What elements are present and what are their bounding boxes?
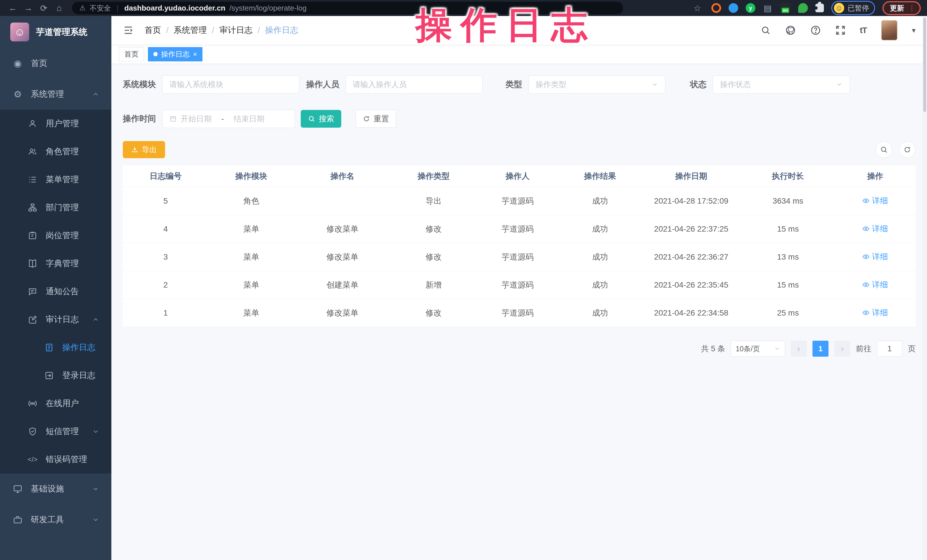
sidebar-item-menu-management[interactable]: 菜单管理: [0, 165, 111, 194]
avatar-caret-down-icon[interactable]: ▾: [912, 26, 916, 35]
post-badge-icon: [26, 231, 39, 240]
sms-shield-icon: [26, 426, 39, 436]
search-button[interactable]: 搜索: [301, 110, 341, 127]
col-module: 操作模块: [208, 165, 294, 187]
fullscreen-icon[interactable]: [835, 25, 846, 35]
app-title: 芋道管理系统: [36, 26, 87, 38]
extension-leaf-icon[interactable]: [798, 3, 808, 13]
paused-label: 已暂停: [848, 3, 869, 13]
breadcrumb-system[interactable]: 系统管理: [174, 24, 207, 36]
paused-extension-badge[interactable]: ☺ 已暂停: [831, 1, 875, 15]
chevron-up-icon: [92, 91, 99, 98]
sidebar-item-infrastructure[interactable]: 基础设施: [0, 473, 111, 504]
pagination: 共 5 条 10条/页 ‹ 1 › 前往 1 页: [123, 341, 916, 357]
module-label: 系统模块: [123, 79, 156, 90]
sidebar-item-dict-management[interactable]: 字典管理: [0, 250, 111, 278]
main-area: 首页 / 系统管理 / 审计日志 / 操作日志 tT ▾ 首页: [111, 16, 927, 560]
font-size-icon[interactable]: tT: [860, 26, 867, 35]
search-icon[interactable]: [760, 25, 771, 35]
bookmark-star-icon[interactable]: ☆: [691, 2, 704, 15]
extension-green-icon[interactable]: y: [746, 3, 755, 13]
tab-operate-log[interactable]: 操作日志 ×: [148, 47, 202, 61]
scrollbar-thumb[interactable]: [923, 18, 926, 112]
url-domain: dashboard.yudao.iocoder.cn: [124, 4, 225, 12]
sidebar-item-sms-management[interactable]: 短信管理: [0, 417, 111, 446]
table-header-row: 日志编号 操作模块 操作名 操作类型 操作人 操作结果 操作日期 执行时长 操作: [123, 165, 916, 187]
browser-menu-dots-icon[interactable]: ⋮: [908, 4, 916, 12]
col-type: 操作类型: [391, 165, 476, 187]
tab-home[interactable]: 首页: [119, 47, 144, 61]
sidebar-item-audit-log[interactable]: 审计日志: [0, 305, 111, 334]
show-search-button[interactable]: [875, 141, 892, 158]
tab-close-icon[interactable]: ×: [193, 50, 197, 58]
sidebar-item-home[interactable]: ◉ 首页: [0, 48, 111, 79]
table-row: 3 菜单 修改菜单 修改 芋道源码 成功 2021-04-26 22:36:27…: [123, 243, 916, 271]
refresh-button[interactable]: [899, 141, 916, 158]
sidebar-item-role-management[interactable]: 角色管理: [0, 138, 111, 165]
sidebar-item-user-management[interactable]: 用户管理: [0, 110, 111, 138]
table-row: 4 菜单 修改菜单 修改 芋道源码 成功 2021-04-26 22:37:25…: [123, 215, 916, 243]
page-content: 系统模块 请输入系统模块 操作人员 请输入操作人员 类型 操作类型 状态 操作状…: [111, 64, 927, 560]
app-logo-row[interactable]: ☺ 芋道管理系统: [0, 16, 111, 48]
github-icon[interactable]: [785, 25, 796, 36]
sidebar-item-login-log[interactable]: 登录日志: [0, 361, 111, 390]
status-select[interactable]: 操作状态: [713, 75, 850, 94]
detail-link[interactable]: 详细: [862, 195, 888, 206]
type-select[interactable]: 操作类型: [528, 75, 666, 94]
prev-page-button[interactable]: ‹: [791, 341, 807, 357]
breadcrumb-home[interactable]: 首页: [144, 24, 161, 36]
detail-link[interactable]: 详细: [862, 279, 888, 290]
operate-log-table: 日志编号 操作模块 操作名 操作类型 操作人 操作结果 操作日期 执行时长 操作…: [123, 165, 916, 327]
col-date: 操作日期: [641, 165, 741, 187]
sidebar-item-operate-log[interactable]: 操作日志: [0, 334, 111, 361]
browser-update-button[interactable]: 更新 ⋮: [883, 1, 921, 15]
sidebar-collapse-icon[interactable]: [123, 25, 134, 36]
page-scrollbar[interactable]: [922, 16, 927, 560]
module-input[interactable]: 请输入系统模块: [162, 75, 299, 94]
breadcrumb-audit-log[interactable]: 审计日志: [219, 24, 252, 36]
sidebar-item-online-users[interactable]: 在线用户: [0, 390, 111, 417]
error-code-icon: </>: [26, 455, 39, 463]
range-separator: -: [221, 114, 224, 123]
extension-switch-icon[interactable]: on: [780, 3, 791, 14]
chevron-up-icon: [92, 316, 99, 323]
goto-page-input[interactable]: 1: [877, 341, 902, 357]
sidebar-item-system-management[interactable]: ⚙ 系统管理: [0, 79, 111, 110]
detail-link[interactable]: 详细: [862, 223, 888, 234]
goto-label: 前往: [856, 343, 871, 354]
filter-row-2: 操作时间 开始日期 - 结束日期 搜索 重置: [123, 110, 916, 128]
next-page-button[interactable]: ›: [834, 341, 850, 357]
chevron-down-icon: [92, 485, 99, 493]
app-frame: ☺ 芋道管理系统 ◉ 首页 ⚙ 系统管理 用户管理 角色管理 菜单管理: [0, 16, 927, 560]
operator-input[interactable]: 请输入操作人员: [345, 75, 483, 94]
sidebar-item-error-code[interactable]: </> 错误码管理: [0, 446, 111, 473]
dashboard-icon: ◉: [11, 59, 24, 68]
extensions-puzzle-icon[interactable]: [815, 4, 824, 12]
reset-button[interactable]: 重置: [356, 110, 396, 127]
sidebar-item-dev-tools[interactable]: 研发工具: [0, 504, 111, 535]
security-warning-label: 不安全: [90, 3, 111, 13]
browser-home-icon[interactable]: ⌂: [53, 2, 66, 15]
browser-back-icon[interactable]: ←: [6, 2, 20, 15]
user-avatar[interactable]: [881, 20, 898, 41]
detail-link[interactable]: 详细: [862, 251, 888, 262]
sidebar-item-dept-management[interactable]: 部门管理: [0, 194, 111, 222]
active-tab-dot: [153, 52, 158, 56]
sidebar-item-post-management[interactable]: 岗位管理: [0, 222, 111, 250]
menu-list-icon: [26, 175, 39, 185]
export-button[interactable]: 导出: [123, 141, 165, 158]
page-size-select[interactable]: 10条/页: [731, 341, 785, 357]
detail-link[interactable]: 详细: [862, 307, 888, 318]
browser-forward-icon[interactable]: →: [22, 2, 35, 15]
page-number-1[interactable]: 1: [813, 341, 828, 357]
extension-blue-drop-icon[interactable]: [728, 3, 738, 13]
extension-orange-icon[interactable]: [711, 3, 721, 13]
operate-log-icon: [43, 343, 55, 352]
help-icon[interactable]: [810, 25, 821, 36]
browser-reload-icon[interactable]: ⟳: [37, 2, 50, 15]
date-range-input[interactable]: 开始日期 - 结束日期: [162, 110, 295, 128]
sidebar-item-notice[interactable]: 通知公告: [0, 278, 111, 305]
extension-stack-icon[interactable]: ▤: [763, 3, 772, 13]
col-log-id: 日志编号: [123, 165, 208, 187]
breadcrumb: 首页 / 系统管理 / 审计日志 / 操作日志: [144, 24, 298, 36]
